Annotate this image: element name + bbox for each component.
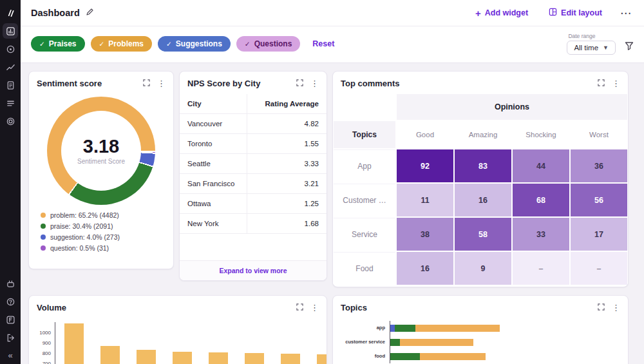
more-menu-button[interactable]: ⋯ <box>619 8 632 19</box>
volume-bars <box>55 322 327 364</box>
expand-icon <box>598 303 605 312</box>
widget-menu-button[interactable]: ⋮ <box>310 303 319 312</box>
edit-title-button[interactable] <box>86 8 93 18</box>
filter-chip-suggestions[interactable]: ✓Suggestions <box>158 36 231 52</box>
expand-widget-button[interactable] <box>296 79 303 88</box>
edit-layout-button[interactable]: Edit layout <box>545 7 606 19</box>
check-icon: ✓ <box>245 41 251 48</box>
expand-widget-button[interactable] <box>143 79 150 88</box>
y-tick-label: 900 <box>43 340 51 346</box>
card-actions: ⋮ <box>296 79 319 88</box>
y-tick-label: 700 <box>43 361 51 364</box>
topics-card: Topics ⋮ appcustomer servicefood <box>332 295 629 364</box>
expand-widget-button[interactable] <box>296 303 303 312</box>
widget-menu-button[interactable]: ⋮ <box>612 79 620 88</box>
nps-row: Vancouver4.82 <box>180 114 327 134</box>
reset-filters-button[interactable]: Reset <box>308 39 338 49</box>
chips-container: ✓Praises✓Problems✓Suggestions✓Questions <box>31 36 300 52</box>
card-actions: ⋮ <box>598 79 620 88</box>
collapse-sidebar-button[interactable]: « <box>4 349 16 361</box>
legend-text: suggestion: 4.0% (273) <box>50 233 120 241</box>
layout-icon <box>549 8 557 18</box>
topics-bar-chart: appcustomer servicefood <box>336 321 621 363</box>
card-header: Topics ⋮ <box>333 296 628 318</box>
chip-label: Suggestions <box>176 40 222 48</box>
card-header: Volume ⋮ <box>29 296 327 318</box>
chip-label: Problems <box>108 40 144 48</box>
heatmap-cell: 44 <box>513 149 569 182</box>
insights-icon[interactable] <box>3 41 18 57</box>
logo-icon <box>3 5 18 21</box>
integrations-icon[interactable] <box>3 276 18 291</box>
volume-bar <box>173 352 192 364</box>
legend-text: question: 0.5% (31) <box>50 244 109 252</box>
sidebar-top-group <box>3 4 18 130</box>
heatmap-cell: – <box>513 252 569 285</box>
topics-bar-segment-praise <box>395 325 416 332</box>
list-icon[interactable] <box>3 95 18 111</box>
legend-item: question: 0.5% (31) <box>41 244 173 252</box>
add-widget-button[interactable]: + Add widget <box>471 8 532 19</box>
topics-category-label: food <box>336 354 390 359</box>
nps-rating-cell: 1.68 <box>247 214 327 234</box>
widget-menu-button[interactable]: ⋮ <box>157 79 166 88</box>
heatmap-cell: 68 <box>513 184 569 216</box>
add-widget-label: Add widget <box>485 8 528 17</box>
page-title: Dashboard <box>31 8 80 18</box>
help-icon[interactable] <box>3 294 18 309</box>
feedback-icon[interactable] <box>3 312 18 327</box>
topics-bar-segment-problem <box>400 339 473 346</box>
volume-bar <box>281 354 300 364</box>
widget-menu-button[interactable]: ⋮ <box>310 79 319 88</box>
widget-menu-button[interactable]: ⋮ <box>612 303 620 312</box>
nps-city-cell: Seattle <box>180 154 247 174</box>
date-range-select[interactable]: All time ▼ <box>567 41 616 55</box>
pencil-icon <box>86 8 93 18</box>
nps-rating-cell: 1.25 <box>247 194 327 214</box>
documents-icon[interactable] <box>3 77 18 93</box>
goals-icon[interactable] <box>3 113 18 129</box>
heatmap-corner-cell <box>334 94 395 120</box>
legend-text: problem: 65.2% (4482) <box>50 211 119 219</box>
nps-table-body: Vancouver4.82Toronto1.55Seattle3.33San F… <box>180 114 327 234</box>
nps-score-card: NPS Score by City ⋮ City Rating Average <box>179 71 327 281</box>
card-actions: ⋮ <box>598 303 620 312</box>
card-header: Top comments ⋮ <box>333 72 628 94</box>
filterbar-right: Date range All time ▼ <box>567 33 634 55</box>
check-icon: ✓ <box>166 41 172 48</box>
heatmap-cell: 11 <box>397 184 453 216</box>
date-range-value: All time <box>574 44 598 52</box>
sentiment-legend: problem: 65.2% (4482)praise: 30.4% (2091… <box>29 211 173 252</box>
expand-widget-button[interactable] <box>598 303 605 312</box>
sidebar-bottom-group: « <box>3 274 18 361</box>
volume-bar-chart: 10009008007006005004003002001000 <box>34 322 320 364</box>
card-title: Volume <box>37 303 66 312</box>
topics-bar-track <box>390 349 621 363</box>
expand-icon <box>296 303 303 312</box>
chip-label: Praises <box>49 40 77 48</box>
check-icon: ✓ <box>39 41 45 48</box>
heatmap-column-good: Good <box>397 121 453 148</box>
heatmap-cell: 16 <box>455 184 511 216</box>
nps-header-row: City Rating Average <box>180 94 327 114</box>
expand-to-view-more-link[interactable]: Expand to view more <box>180 260 327 280</box>
dashboard-icon[interactable] <box>3 23 18 39</box>
topics-bar-segment-problem <box>415 325 500 332</box>
legend-dot <box>41 224 46 229</box>
plus-icon: + <box>475 8 481 18</box>
filter-chip-praises[interactable]: ✓Praises <box>31 36 85 52</box>
top-comments-card: Top comments ⋮ Opinions Topics Good Amaz… <box>332 71 629 287</box>
logout-icon[interactable] <box>3 330 18 345</box>
legend-item: suggestion: 4.0% (273) <box>41 233 173 241</box>
nps-row: Seattle3.33 <box>180 154 327 174</box>
filter-funnel-button[interactable] <box>625 41 634 52</box>
topics-stacked-bar <box>390 339 621 346</box>
filter-chip-questions[interactable]: ✓Questions <box>236 36 301 52</box>
nps-city-cell: San Francisco <box>180 174 247 194</box>
sentiment-score-value: 3.18 <box>83 137 119 156</box>
trends-icon[interactable] <box>3 59 18 75</box>
expand-widget-button[interactable] <box>598 79 605 88</box>
heatmap-cell: 17 <box>571 218 627 251</box>
topbar-right: + Add widget Edit layout ⋯ <box>471 7 632 19</box>
filter-chip-problems[interactable]: ✓Problems <box>91 36 153 52</box>
